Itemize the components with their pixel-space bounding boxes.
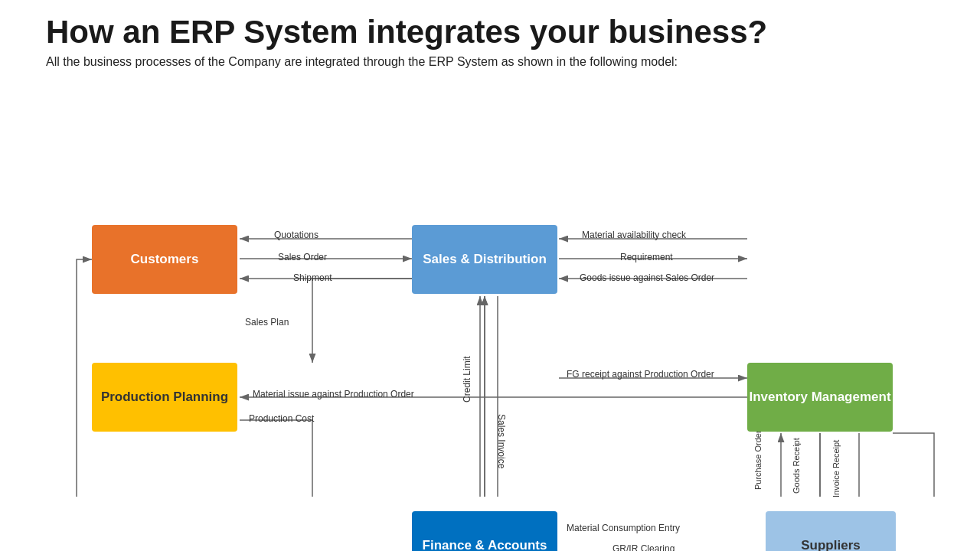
page-title: How an ERP System integrates your busine… — [0, 0, 980, 55]
label-requirement: Requirement — [620, 252, 673, 262]
label-goods-receipt: Goods Receipt — [792, 438, 801, 494]
label-sales-order: Sales Order — [278, 252, 327, 262]
box-customers: Customers — [92, 225, 237, 294]
label-material-issue: Material issue against Production Order — [253, 389, 414, 399]
label-sales-plan: Sales Plan — [245, 317, 289, 328]
box-suppliers: Suppliers — [766, 511, 896, 551]
label-production-cost: Production Cost — [249, 413, 314, 424]
label-material-consumption: Material Consumption Entry — [567, 523, 680, 533]
box-sales: Sales & Distribution — [412, 225, 557, 294]
label-shipment: Shipment — [293, 272, 332, 283]
label-credit-limit: Credit Limit — [462, 356, 472, 403]
label-sales-invoice: Sales Invoice — [496, 414, 507, 468]
box-inventory: Inventory Management — [747, 363, 893, 432]
label-purchase-order: Purchase Order — [753, 430, 763, 490]
label-gr-ir-clearing: GR/IR Clearing — [612, 543, 675, 551]
box-finance: Finance & Accounts — [412, 511, 557, 551]
page-subtitle: All the business processes of the Compan… — [0, 55, 980, 77]
box-production: Production Planning — [92, 363, 237, 432]
label-goods-issue: Goods issue against Sales Order — [580, 272, 714, 283]
diagram-area: Quotations Sales Order Shipment Sales Pl… — [0, 80, 980, 497]
label-quotations: Quotations — [274, 230, 318, 240]
label-material-availability: Material availability check — [582, 230, 686, 240]
label-invoice-receipt: Invoice Receipt — [831, 440, 841, 497]
label-fg-receipt: FG receipt against Production Order — [567, 369, 714, 380]
